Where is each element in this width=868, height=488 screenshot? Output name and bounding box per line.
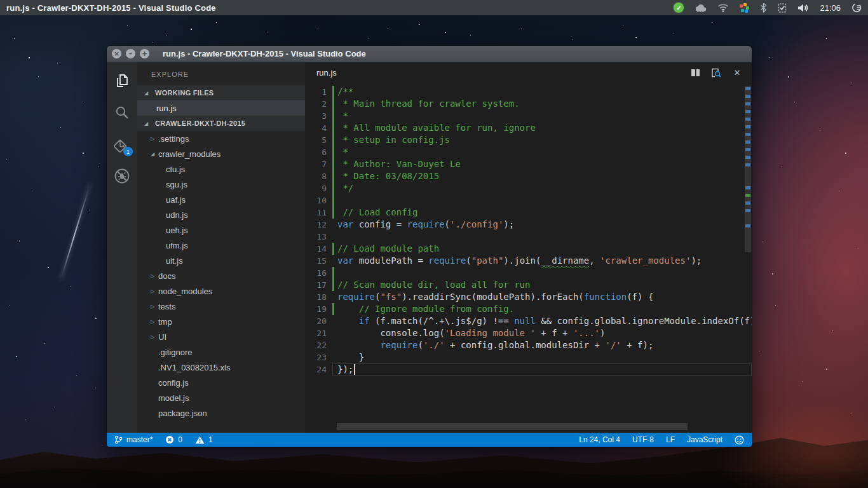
tab-run-js[interactable]: run.js <box>316 68 337 78</box>
encoding[interactable]: UTF-8 <box>632 435 654 444</box>
window-maximize-button[interactable]: + <box>140 49 149 58</box>
clock[interactable]: 21:06 <box>820 3 841 13</box>
chevron-collapsed-icon[interactable]: ▷ <box>151 319 158 325</box>
line-number: 24 <box>305 363 327 376</box>
weather-cloud-icon[interactable] <box>695 3 707 12</box>
warnings-count[interactable]: 1 <box>208 435 213 444</box>
cursor-position[interactable]: Ln 24, Col 4 <box>579 435 620 444</box>
code-line-23[interactable]: 23 } <box>305 351 752 363</box>
variety-icon[interactable] <box>740 3 749 13</box>
tree-item-ctu.js[interactable]: ctu.js <box>137 161 305 177</box>
git-added-indicator <box>332 170 334 182</box>
tree-item-ufm.js[interactable]: ufm.js <box>137 238 305 253</box>
code-line-16[interactable]: 16 <box>305 267 752 279</box>
chevron-collapsed-icon[interactable]: ▷ <box>151 288 158 294</box>
tree-item-uaf.js[interactable]: uaf.js <box>137 192 305 207</box>
horizontal-scrollbar[interactable] <box>337 423 688 430</box>
code-line-5[interactable]: 5 * setup in config.js <box>305 134 752 146</box>
session-menu-icon[interactable] <box>851 3 862 13</box>
line-number: 18 <box>305 291 327 303</box>
chevron-collapsed-icon[interactable]: ▷ <box>151 136 158 142</box>
tree-item-uit.js[interactable]: uit.js <box>137 253 305 268</box>
code-line-9[interactable]: 9 */ <box>305 182 752 194</box>
search-icon[interactable] <box>107 97 137 128</box>
code-line-6[interactable]: 6 * <box>305 146 752 158</box>
activity-bar: 1 <box>107 62 137 433</box>
preview-search-icon[interactable] <box>710 67 722 79</box>
code-line-22[interactable]: 22 require('./' + config.global.modulesD… <box>305 339 752 351</box>
window-titlebar[interactable]: × – + run.js - Crawler-DKXT-DH-2015 - Vi… <box>107 46 752 62</box>
git-icon[interactable]: 1 <box>107 128 137 160</box>
volume-icon[interactable] <box>797 3 809 13</box>
code-text: * All module avaible for run, ignore <box>337 122 536 134</box>
feedback-smiley-icon[interactable] <box>735 435 744 445</box>
tree-item-.settings[interactable]: ▷.settings <box>137 131 305 146</box>
code-line-17[interactable]: 17// Scan module dir, load all for run <box>305 279 752 291</box>
tree-item-model.js[interactable]: model.js <box>137 390 305 405</box>
tree-item-ueh.js[interactable]: ueh.js <box>137 222 305 238</box>
tree-item-.gitignore[interactable]: .gitignore <box>137 344 305 360</box>
code-line-24[interactable]: 24}); <box>305 363 752 376</box>
code-line-19[interactable]: 19 // Ignore module from config. <box>305 303 752 315</box>
file-label: docs <box>158 271 175 281</box>
code-line-12[interactable]: 12var config = require('./config'); <box>305 219 752 231</box>
branch-name[interactable]: master* <box>126 435 153 444</box>
tree-item-package.json[interactable]: package.json <box>137 405 305 421</box>
wifi-icon[interactable] <box>717 3 729 12</box>
chevron-expanded-icon[interactable]: ◢ <box>151 151 158 157</box>
working-files-section-header[interactable]: ◢ WORKING FILES <box>137 85 305 100</box>
errors-count[interactable]: 0 <box>178 435 182 444</box>
project-section-header[interactable]: ◢ CRAWLER-DKXT-DH-2015 <box>137 116 305 131</box>
tree-item-crawler_modules[interactable]: ◢crawler_modules <box>137 146 305 161</box>
code-text: // Scan module dir, load all for run <box>337 279 530 291</box>
code-line-20[interactable]: 20 if (f.match(/^.+\.js$/g) !== null && … <box>305 315 752 327</box>
chevron-collapsed-icon[interactable]: ▷ <box>151 304 158 309</box>
code-text: console.log('Loading module ' + f + '...… <box>337 327 605 339</box>
split-editor-icon[interactable] <box>689 67 701 79</box>
tree-item-tests[interactable]: ▷tests <box>137 299 305 314</box>
chevron-collapsed-icon[interactable]: ▷ <box>151 273 158 279</box>
code-text: var config = require('./config'); <box>337 219 514 231</box>
code-line-15[interactable]: 15var modulePath = require("path").join(… <box>305 255 752 267</box>
eol-indicator[interactable]: LF <box>666 435 675 444</box>
tree-item-docs[interactable]: ▷docs <box>137 268 305 283</box>
backup-clipboard-icon[interactable] <box>778 3 787 13</box>
tree-item-config.js[interactable]: config.js <box>137 375 305 390</box>
code-line-8[interactable]: 8 * Date: 03/08/2015 <box>305 170 752 182</box>
code-line-18[interactable]: 18require("fs").readdirSync(modulePath).… <box>305 291 752 303</box>
vertical-scrollbar[interactable] <box>745 86 751 252</box>
bluetooth-icon[interactable] <box>760 3 767 13</box>
code-line-7[interactable]: 7 * Author: Van-Duyet Le <box>305 158 752 170</box>
window-minimize-button[interactable]: – <box>126 49 135 58</box>
language-mode[interactable]: JavaScript <box>687 435 722 444</box>
code-line-10[interactable]: 10 <box>305 194 752 207</box>
code-line-4[interactable]: 4 * All module avaible for run, ignore <box>305 122 752 134</box>
explorer-icon[interactable] <box>107 65 137 97</box>
working-file-run.js[interactable]: run.js <box>137 100 305 116</box>
code-line-13[interactable]: 13 <box>305 231 752 243</box>
window-close-button[interactable]: × <box>112 49 121 58</box>
tree-item-node_modules[interactable]: ▷node_modules <box>137 283 305 299</box>
current-line-highlight <box>332 363 752 376</box>
tree-item-sgu.js[interactable]: sgu.js <box>137 177 305 192</box>
code-line-3[interactable]: 3 * <box>305 110 752 122</box>
code-line-11[interactable]: 11 // Load config <box>305 207 752 219</box>
file-label: udn.js <box>166 210 188 220</box>
close-editor-icon[interactable]: ✕ <box>731 67 743 79</box>
code-line-21[interactable]: 21 console.log('Loading module ' + f + '… <box>305 327 752 339</box>
code-line-1[interactable]: 1/** <box>305 86 752 98</box>
tree-item-.NV1_03082015.xls[interactable]: .NV1_03082015.xls <box>137 360 305 375</box>
line-number: 2 <box>305 98 327 110</box>
tree-item-UI[interactable]: ▷UI <box>137 329 305 344</box>
code-text: // Load config <box>337 207 417 219</box>
code-line-14[interactable]: 14// Load module path <box>305 243 752 255</box>
code-text: */ <box>337 182 353 194</box>
tree-item-udn.js[interactable]: udn.js <box>137 207 305 222</box>
code-line-2[interactable]: 2 * Main thread for crawler system. <box>305 98 752 110</box>
code-area[interactable]: 1/**2 * Main thread for crawler system.3… <box>305 83 752 423</box>
git-changes-badge: 1 <box>123 147 133 156</box>
chevron-collapsed-icon[interactable]: ▷ <box>151 334 158 340</box>
debug-icon[interactable] <box>107 160 137 192</box>
skype-status-icon[interactable]: ✓ <box>674 3 684 13</box>
tree-item-tmp[interactable]: ▷tmp <box>137 314 305 329</box>
